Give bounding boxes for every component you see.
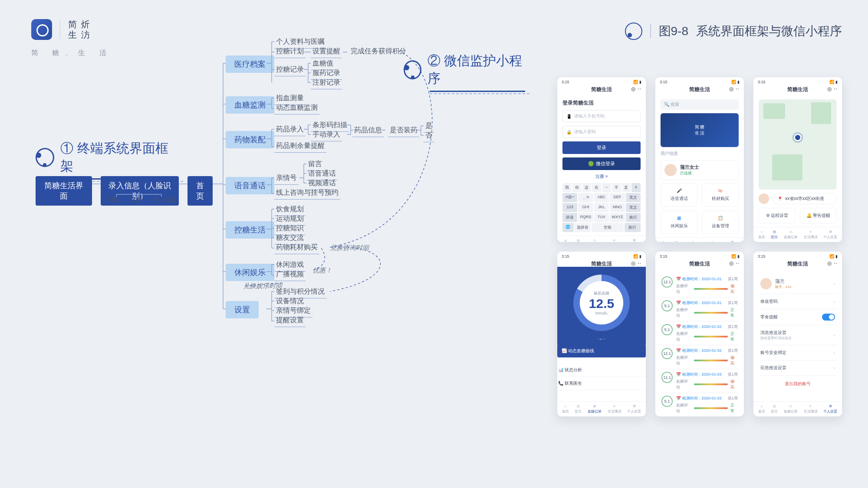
phone-home: 3:15📶 ▮ 简糖生活◎ ·· 🔍 搜索 简 糖 生 活 用户信息 蒲兰女士 …	[655, 77, 744, 242]
profile-row[interactable]: 蒲兰 账号：432 ›	[759, 274, 837, 294]
node-voice: 语音通话	[226, 177, 274, 194]
node-medicine: 药物装配	[226, 131, 274, 148]
section-1-heading: ① 终端系统界面框架	[36, 140, 179, 175]
login-sub-labels: 登陆 注册 录入信息	[108, 196, 177, 204]
phone-tabbar[interactable]: ⌂首页 ◎定位 ☺血糖记录 ≡生活情况 ⚙个人设置	[753, 227, 842, 242]
toggle[interactable]	[822, 314, 835, 321]
phone-gauge: 3:15📶 ▮ 简糖生活◎ ·· 最新血糖 12.5 mmol/L ◦ • ◦ …	[557, 252, 646, 416]
record-row[interactable]: 5.1 📅 检测时间：2020-01-02 第1周 血糖评估 正常	[661, 321, 739, 345]
glucose-gauge: 最新血糖 12.5 mmol/L	[573, 275, 630, 331]
phone-tabbar[interactable]: ⌂首页 ◎定位 ☺血糖记录 ≡生活情况 ⚙个人设置	[557, 236, 646, 242]
leaf: 注射记录	[311, 77, 342, 89]
brand-cn: 简 炘 生 汸	[68, 19, 91, 40]
phone-settings: 3:15📶 ▮ 简糖生活◎ ·· 蒲兰 账号：432 › 修改密码› 零食提醒 …	[753, 252, 842, 416]
leaf: 否	[424, 130, 434, 142]
annotation: 兑换娱乐时间	[243, 282, 282, 290]
node-home: 首页	[187, 176, 213, 206]
tile-shop[interactable]: 🛍耗材购买	[702, 183, 739, 206]
leaf: 提醒设置	[274, 315, 306, 327]
tile-remote[interactable]: ⚙ 远程设置	[759, 208, 796, 223]
annotation: 优惠！	[312, 266, 332, 275]
row-analysis[interactable]: 📊 状态分析	[557, 364, 646, 377]
register-link[interactable]: 注册 >	[562, 174, 641, 180]
avatar	[760, 278, 772, 289]
leaf: 设置提醒	[311, 46, 342, 58]
wechat-login-button[interactable]: 🟢 微信登录	[562, 157, 641, 170]
leaf: 手动录入	[311, 129, 342, 141]
node-life: 控糖生活	[226, 221, 274, 239]
leaf: 药物耗材购买	[274, 242, 319, 254]
phone-records: 3:15📶 ▮ 简糖生活◎ ·· 12.1 📅 检测时间：2020-01-01 …	[655, 252, 744, 416]
record-row[interactable]: 5.1 📅 检测时间：2020-01-03 第1周 血糖评估 正常	[661, 393, 739, 416]
chart-button[interactable]: 📈 动态血糖曲线	[557, 344, 646, 357]
node-medical: 医疗档案	[226, 56, 274, 73]
login-button[interactable]: 登录	[562, 141, 641, 154]
phone-tabbar[interactable]: ⌂首页 ◎定位 ☺血糖记录 ≡生活情况 ⚙个人设置	[655, 237, 744, 242]
leaf: 药品录入	[274, 124, 306, 136]
logout-button[interactable]: 退出我的账号	[759, 376, 837, 392]
phone-login: 3:15📶 ▮ 简糖生活◎ ·· 登录简糖生活 📱 请输入手机号码 🔒 请输入密…	[557, 77, 646, 242]
node-entertain: 休闲娱乐	[226, 264, 274, 281]
phone-tabbar[interactable]: ⌂首页 ◎定位 ☺血糖记录 ≡生活情况 ⚙个人设置	[753, 401, 842, 416]
record-row[interactable]: 12.1 📅 检测时间：2020-01-01 第1周 血糖评估 偏高	[661, 274, 739, 298]
address-chip: 📍 xx省xx市xx区xx街道	[773, 193, 837, 204]
brand-block: 简 炘 生 汸 简 糖。生 活	[31, 19, 112, 58]
settings-row[interactable]: 零食提醒	[759, 309, 837, 325]
pwd-input[interactable]: 🔒 请输入密码	[562, 126, 641, 138]
leaf: 药品剩余量提醒	[274, 141, 326, 153]
brand-sub: 简 糖。生 活	[31, 49, 112, 58]
brand-logo-mark	[31, 19, 52, 40]
settings-row[interactable]: 应急推送设置›	[759, 360, 837, 376]
search-input[interactable]: 🔍 搜索	[661, 99, 739, 110]
leaf: 控糖计划	[274, 46, 306, 58]
record-row[interactable]: 5.1 📅 检测时间：2020-01-01 第1周 血糖评估 正常	[661, 298, 739, 321]
settings-row[interactable]: 账号安全绑定›	[759, 345, 837, 360]
location-pin-icon	[794, 134, 802, 141]
section-2-heading: ② 微信监护小程序	[404, 52, 525, 88]
tile-device[interactable]: 📋设备管理	[702, 211, 739, 234]
phone-input[interactable]: 📱 请输入手机号码	[562, 110, 641, 122]
tile-voice[interactable]: 🎤语音通话	[661, 183, 697, 206]
row-doctor[interactable]: 📞 联系医生	[557, 377, 646, 390]
node-glucose: 血糖监测	[226, 96, 274, 114]
node-settings: 设置	[226, 301, 259, 318]
record-row[interactable]: 11.1 📅 检测时间：2020-01-03 第1周 血糖评估 偏高	[661, 369, 739, 393]
figure-title: 图9-8 系统界面框架与微信小程序	[625, 23, 842, 40]
hero-banner: 简 糖 生 活	[661, 113, 739, 147]
figure-logo-icon	[625, 23, 642, 40]
tile-fun[interactable]: ▦休闲娱乐	[661, 211, 697, 234]
leaf: 动态血糖监测	[274, 102, 319, 115]
phone-tabbar[interactable]: ⌂首页 ◎定位 ☺血糖记录 ≡生活情况 ⚙个人设置	[557, 401, 646, 416]
leaf: 药品信息	[352, 125, 384, 137]
phone-map: 3:15📶 ▮ 简糖生活◎ ·· 📍 xx省xx市xx区xx街道 ⚙ 远程设置 …	[753, 77, 842, 242]
phones-grid: 3:15📶 ▮ 简糖生活◎ ·· 登录简糖生活 📱 请输入手机号码 🔒 请输入密…	[557, 77, 842, 416]
leaf: 广播视频	[274, 269, 306, 281]
keyboard-row[interactable]: 我你 这在 一不 是∧	[562, 183, 641, 192]
node-root: 简糖生活界面	[36, 176, 92, 206]
tile-alert[interactable]: 🔔 警告提醒	[800, 208, 837, 223]
leaf: 线上咨询与挂号预约	[274, 187, 340, 200]
record-row[interactable]: 12.1 📅 检测时间：2020-01-02 第1周 血糖评估 偏高	[661, 345, 739, 369]
leaf: 完成任务获得积分	[349, 46, 408, 58]
annotation: 兑换咨询时间	[330, 244, 369, 252]
leaf: 亲情号	[274, 173, 299, 185]
settings-row[interactable]: 修改密码›	[759, 294, 837, 309]
settings-row[interactable]: 消息推送设置接收重要时消息推送 ›	[759, 325, 837, 345]
avatar	[664, 164, 677, 176]
user-card[interactable]: 蒲兰女士 已连接	[661, 160, 739, 180]
map-view[interactable]	[759, 99, 837, 190]
leaf: 控糖记录	[274, 64, 306, 76]
login-heading: 登录简糖生活	[562, 99, 641, 107]
avatar	[759, 193, 769, 204]
leaf: 是否装药	[388, 125, 419, 137]
